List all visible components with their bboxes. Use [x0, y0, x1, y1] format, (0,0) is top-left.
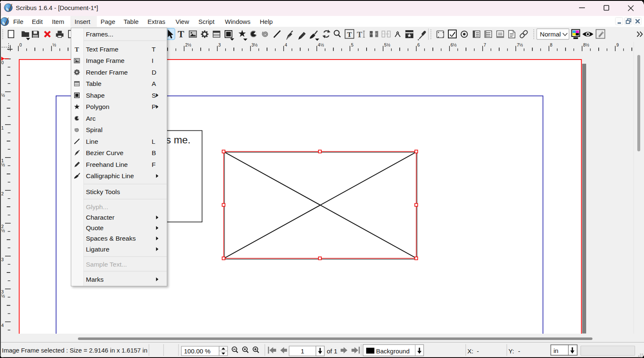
- svg-text:Scribus 1.6.4 - [Document-1*]: Scribus 1.6.4 - [Document-1*]: [16, 4, 98, 11]
